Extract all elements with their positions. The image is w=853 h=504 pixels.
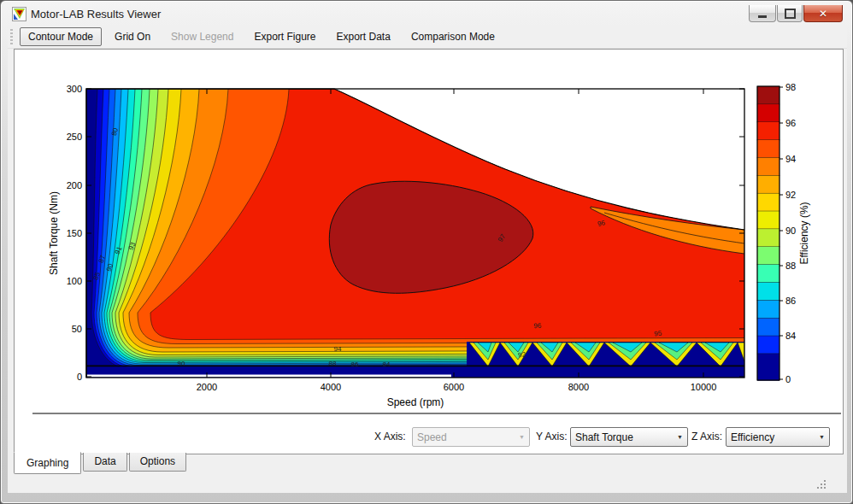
toolbar-item-grid-on[interactable]: Grid On [107, 28, 158, 45]
minimize-icon [758, 15, 767, 18]
dropdown-arrow-icon: ▼ [815, 434, 829, 440]
x-tick-label: 4000 [321, 382, 341, 392]
y-tick-label: 200 [67, 180, 82, 190]
x-tick-label: 10000 [691, 382, 717, 392]
toolbar-item-contour-mode[interactable]: Contour Mode [20, 27, 102, 46]
title-bar[interactable]: Motor-LAB Results Viewer ✕ [3, 3, 850, 25]
x-tick-label: 6000 [444, 382, 464, 392]
contour-label: 84 [383, 360, 391, 368]
toolbar: Contour ModeGrid OnShow LegendExport Fig… [8, 26, 847, 49]
minimize-button[interactable] [749, 5, 776, 22]
colorbar-tick-label: 94 [785, 154, 796, 164]
x-axis-dropdown-value: Speed [413, 431, 515, 443]
y-tick-label: 150 [67, 228, 82, 238]
colorbar-tick-label: 98 [785, 82, 796, 92]
toolbar-item-comparison-mode[interactable]: Comparison Mode [403, 28, 503, 45]
y-tick-label: 100 [67, 276, 82, 286]
resize-grip-icon[interactable] [816, 479, 827, 489]
contour-label: 86 [351, 360, 359, 368]
colorbar-tick-label: 88 [785, 261, 796, 271]
contour-label: 94 [334, 345, 342, 353]
contour-label: 95 [654, 330, 662, 338]
dropdown-arrow-icon: ▼ [673, 434, 687, 440]
y-axis-dropdown-value: Shaft Torque [571, 431, 673, 443]
toolbar-item-export-figure[interactable]: Export Figure [246, 28, 323, 45]
app-window: Motor-LAB Results Viewer ✕ Contour ModeG… [0, 0, 853, 504]
z-axis-dropdown-value: Efficiency [727, 431, 815, 443]
y-tick-label: 300 [67, 84, 82, 94]
contour-label: 90 [178, 360, 185, 367]
colorbar-tick-label: 92 [785, 190, 796, 200]
colorbar [757, 86, 779, 381]
y-tick-label: 0 [77, 372, 82, 382]
colorbar-tick-label: 96 [785, 118, 796, 128]
tab-graphing[interactable]: Graphing [14, 452, 81, 474]
x-axis-label: Speed (rpm) [387, 396, 444, 408]
x-axis-dropdown[interactable]: Speed ▼ [412, 427, 530, 447]
bottom-tab-bar: GraphingDataOptions [14, 453, 188, 475]
y-axis-dropdown[interactable]: Shaft Torque ▼ [570, 427, 688, 447]
toolbar-item-show-legend: Show Legend [163, 28, 241, 45]
contour-label: 96 [533, 322, 542, 331]
maximize-icon [785, 9, 796, 19]
efficiency-contour-plot[interactable]: 200040006000800010000050100150200250300 … [15, 50, 841, 452]
z-axis-control-label: Z Axis: [691, 431, 722, 442]
z-axis-dropdown[interactable]: Efficiency ▼ [726, 427, 830, 447]
colorbar-tick-label: 0 [785, 374, 791, 384]
colorbar-tick-label: 86 [785, 296, 796, 306]
window-title: Motor-LAB Results Viewer [31, 8, 161, 21]
y-axis-control-label: Y Axis: [536, 431, 567, 442]
toolbar-item-export-data[interactable]: Export Data [329, 28, 398, 45]
close-icon: ✕ [819, 8, 827, 20]
app-icon [12, 7, 26, 21]
colorbar-tick-label: 84 [785, 331, 796, 341]
dropdown-arrow-icon: ▼ [515, 434, 529, 440]
close-button[interactable]: ✕ [803, 5, 843, 22]
x-axis-control-label: X Axis: [374, 431, 406, 442]
y-axis-label: Shaft Torque (Nm) [48, 191, 60, 275]
colorbar-tick-label: 90 [785, 226, 796, 236]
y-tick-label: 50 [72, 324, 82, 334]
colorbar-label: Efficiency (%) [798, 202, 810, 264]
contour-label: 88 [329, 360, 337, 367]
toolbar-grip[interactable] [10, 29, 13, 44]
x-tick-label: 2000 [197, 382, 217, 392]
y-tick-label: 250 [67, 132, 82, 142]
tab-data[interactable]: Data [83, 453, 126, 472]
tab-options[interactable]: Options [129, 453, 186, 472]
contour-label: 92 [518, 350, 527, 359]
maximize-button[interactable] [777, 5, 803, 22]
x-tick-label: 8000 [568, 382, 589, 392]
